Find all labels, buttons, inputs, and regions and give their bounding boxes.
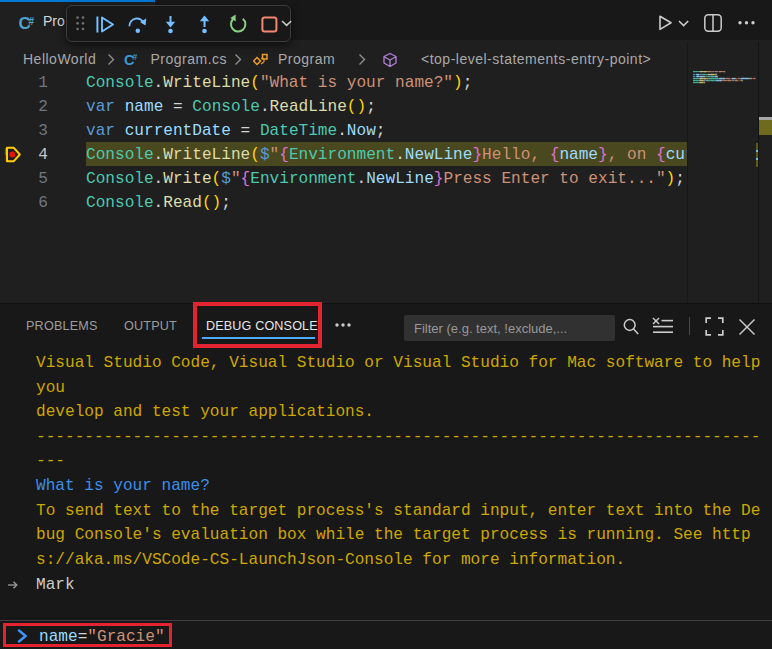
svg-text:#: # bbox=[132, 52, 137, 62]
svg-text:#: # bbox=[29, 16, 35, 27]
